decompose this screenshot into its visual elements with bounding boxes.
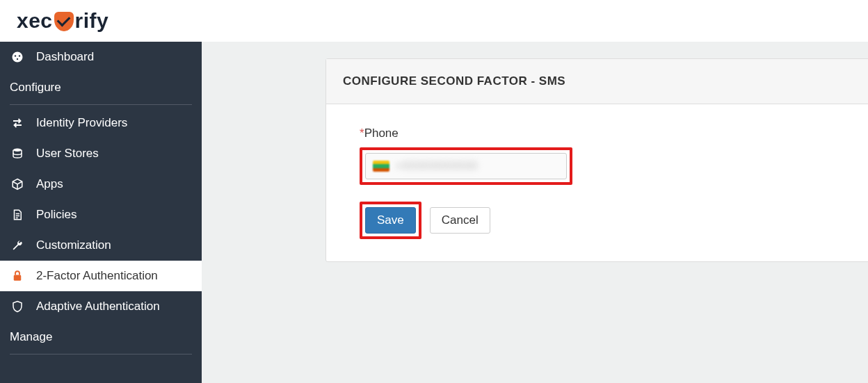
sidebar-item-user-stores[interactable]: User Stores: [0, 138, 202, 169]
phone-input[interactable]: +00000000000: [365, 153, 567, 179]
sidebar-section-manage[interactable]: Manage: [0, 322, 202, 352]
sidebar-item-apps[interactable]: Apps: [0, 169, 202, 199]
sidebar-section-label: Manage: [10, 330, 52, 343]
sidebar-item-adaptive-auth[interactable]: Adaptive Authentication: [0, 291, 202, 322]
phone-label: Phone: [364, 127, 399, 140]
button-row: Save Cancel: [360, 202, 841, 239]
sidebar-item-label: 2-Factor Authentication: [36, 269, 158, 283]
sidebar-item-2fa[interactable]: 2-Factor Authentication: [0, 261, 202, 291]
sidebar-divider: [10, 104, 192, 105]
database-icon: [10, 147, 25, 160]
phone-label-row: *Phone: [360, 127, 841, 140]
required-mark: *: [360, 127, 364, 140]
sidebar-divider: [10, 354, 192, 355]
sidebar-item-customization[interactable]: Customization: [0, 230, 202, 261]
sidebar-item-label: Dashboard: [36, 50, 94, 64]
sidebar-item-label: Policies: [36, 208, 77, 222]
sidebar-item-label: Apps: [36, 177, 63, 191]
svg-point-0: [13, 52, 23, 63]
cube-icon: [10, 178, 25, 190]
phone-value-masked: +00000000000: [395, 160, 478, 172]
app-header: xec rify: [0, 0, 868, 42]
svg-rect-5: [14, 275, 22, 281]
svg-point-4: [13, 149, 22, 152]
sidebar-item-label: Customization: [36, 238, 111, 252]
phone-input-highlight: +00000000000: [360, 147, 572, 185]
save-button-highlight: Save: [360, 202, 421, 239]
main-content: CONFIGURE SECOND FACTOR - SMS *Phone +00…: [202, 42, 868, 383]
card-body: *Phone +00000000000 Save Cancel: [326, 104, 868, 261]
cancel-button[interactable]: Cancel: [430, 207, 490, 234]
transfer-icon: [10, 117, 25, 129]
wrench-icon: [10, 239, 25, 252]
sidebar-section-label: Configure: [10, 81, 61, 94]
country-flag-icon: [373, 161, 389, 172]
shield-icon: [10, 300, 25, 313]
lock-icon: [10, 270, 25, 282]
svg-point-2: [19, 55, 20, 56]
save-button[interactable]: Save: [365, 207, 416, 234]
brand-text-pre: xec: [17, 9, 53, 33]
card-heading: CONFIGURE SECOND FACTOR - SMS: [326, 59, 868, 104]
brand-text-post: rify: [75, 9, 109, 33]
dashboard-icon: [10, 51, 25, 63]
sidebar-section-configure[interactable]: Configure: [0, 72, 202, 103]
shield-check-icon: [54, 12, 74, 31]
sidebar-item-dashboard[interactable]: Dashboard: [0, 42, 202, 72]
sidebar-item-label: User Stores: [36, 147, 99, 161]
policy-icon: [10, 209, 25, 221]
sidebar-item-policies[interactable]: Policies: [0, 199, 202, 230]
svg-point-1: [15, 55, 16, 56]
sidebar-item-label: Identity Providers: [36, 116, 127, 130]
config-card: CONFIGURE SECOND FACTOR - SMS *Phone +00…: [326, 58, 868, 262]
sidebar-item-identity-providers[interactable]: Identity Providers: [0, 108, 202, 138]
brand-logo: xec rify: [17, 9, 108, 33]
sidebar-item-label: Adaptive Authentication: [36, 300, 160, 313]
sidebar: Dashboard Configure Identity Providers U…: [0, 42, 202, 383]
svg-point-3: [17, 58, 18, 60]
